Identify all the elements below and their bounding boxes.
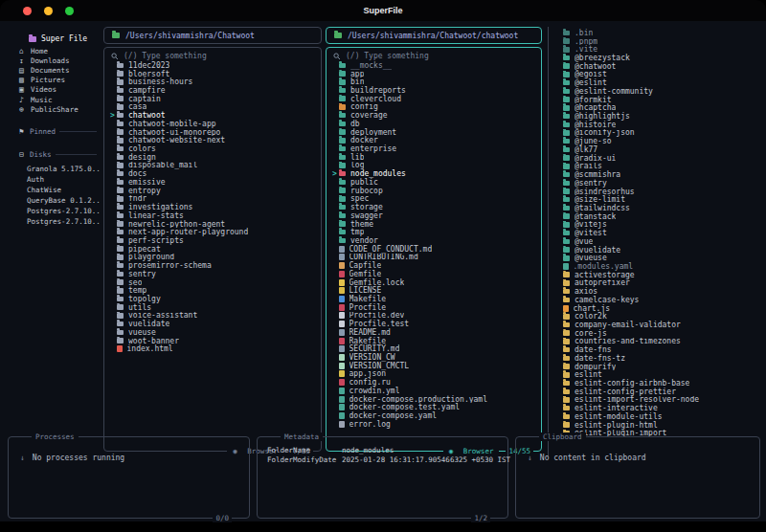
- folder-row[interactable]: chatwoot-mobile-app: [104, 120, 321, 128]
- folder-row[interactable]: @tailwindcss: [551, 204, 766, 212]
- folder-row[interactable]: casa: [104, 103, 321, 112]
- folder-row[interactable]: @vue: [551, 237, 766, 246]
- folder-row[interactable]: >chatwoot: [104, 111, 321, 120]
- folder-row[interactable]: fndr: [104, 195, 321, 204]
- folder-row[interactable]: newrelic-python-agent: [104, 220, 321, 229]
- file-row[interactable]: app.json: [327, 370, 541, 379]
- folder-row[interactable]: docker: [327, 136, 541, 144]
- folder-row[interactable]: config: [327, 103, 541, 112]
- folder-row[interactable]: @rails: [551, 163, 766, 171]
- folder-row[interactable]: chatwoot-website-next: [104, 136, 321, 144]
- folder-row[interactable]: public: [327, 178, 541, 187]
- folder-row[interactable]: chatwoot-ui-monorepo: [104, 128, 321, 137]
- folder-row[interactable]: eslint-import-resolver-node: [551, 396, 766, 405]
- folder-row[interactable]: lib: [327, 153, 541, 162]
- folder-row[interactable]: 11dec2023: [104, 61, 321, 70]
- file-row[interactable]: CODE_OF_CONDUCT.md: [327, 245, 541, 254]
- folder-row[interactable]: vendor: [327, 236, 541, 245]
- sidebar-item-pictures[interactable]: ▨Pictures: [8, 76, 101, 85]
- folder-row[interactable]: @eslint-community: [551, 87, 766, 96]
- sidebar-item-music[interactable]: ♪Music: [8, 95, 101, 104]
- folder-row[interactable]: business-hours: [104, 78, 321, 86]
- folder-row[interactable]: rubocop: [327, 187, 541, 195]
- folder-row[interactable]: autoprefixer: [551, 279, 766, 288]
- folder-row[interactable]: design: [104, 153, 321, 162]
- folder-row[interactable]: @breezystack: [551, 54, 766, 62]
- folder-row[interactable]: woot-banner: [104, 337, 321, 345]
- minimize-button[interactable]: [44, 7, 53, 15]
- folder-row[interactable]: @size-limit: [551, 195, 766, 204]
- folder-row[interactable]: campfire: [104, 86, 321, 95]
- file-row[interactable]: docker-compose.yaml: [327, 411, 541, 420]
- file-row[interactable]: VERSION_CW: [327, 353, 541, 362]
- panel2-search-input[interactable]: (/) Type something: [327, 51, 541, 61]
- file-row[interactable]: CONTRIBUTING.md: [327, 254, 541, 262]
- file-row[interactable]: chart.js: [551, 304, 766, 313]
- file-row[interactable]: Procfile.test: [327, 320, 541, 328]
- folder-row[interactable]: eslint-config-airbnb-base: [551, 379, 766, 388]
- folder-row[interactable]: @hcaptcha: [551, 103, 766, 112]
- folder-row[interactable]: camelcase-keys: [551, 296, 766, 304]
- folder-row[interactable]: captain: [104, 95, 321, 103]
- folder-row[interactable]: tmp: [327, 228, 541, 236]
- folder-row[interactable]: pipecat: [104, 245, 321, 254]
- file-row[interactable]: LICENSE: [327, 286, 541, 295]
- folder-row[interactable]: @radix-ui: [551, 154, 766, 163]
- folder-row[interactable]: spec: [327, 195, 541, 204]
- file-row[interactable]: Rakefile: [327, 337, 541, 345]
- folder-row[interactable]: deployment: [327, 128, 541, 137]
- folder-row[interactable]: next-app-router-playground: [104, 228, 321, 236]
- folder-row[interactable]: enterprise: [327, 144, 541, 153]
- disk-item[interactable]: Postgres-2.7.10...: [8, 206, 101, 216]
- sidebar-item-downloads[interactable]: ↧Downloads: [8, 55, 101, 65]
- folder-row[interactable]: app: [327, 70, 541, 78]
- file-row[interactable]: docker-compose.production.yaml: [327, 395, 541, 404]
- folder-row[interactable]: date-fns-tz: [551, 354, 766, 363]
- folder-row[interactable]: colors: [104, 144, 321, 153]
- folder-row[interactable]: .pnpm: [551, 37, 766, 46]
- folder-row[interactable]: bloersoft: [104, 70, 321, 78]
- disk-item[interactable]: Auth: [8, 174, 101, 185]
- file-row[interactable]: Procfile: [327, 303, 541, 312]
- folder-row[interactable]: @sentry: [551, 179, 766, 188]
- folder-row[interactable]: eslint: [551, 370, 766, 379]
- folder-row[interactable]: date-fns: [551, 345, 766, 354]
- folder-row[interactable]: buildreports: [327, 86, 541, 95]
- file-row[interactable]: Gemfile.lock: [327, 278, 541, 287]
- folder-row[interactable]: linear-stats: [104, 211, 321, 220]
- file-row[interactable]: Makefile: [327, 295, 541, 303]
- folder-row[interactable]: __mocks__: [327, 61, 541, 70]
- folder-row[interactable]: prosemirror-schema: [104, 261, 321, 270]
- folder-row[interactable]: sentry: [104, 270, 321, 278]
- folder-row[interactable]: @scmmishra: [551, 170, 766, 179]
- folder-row[interactable]: @june-so: [551, 137, 766, 145]
- folder-row[interactable]: investigations: [104, 203, 321, 211]
- file-row[interactable]: .modules.yaml: [551, 262, 766, 271]
- folder-row[interactable]: dompurify: [551, 363, 766, 371]
- folder-row[interactable]: >node_modules: [327, 169, 541, 178]
- folder-row[interactable]: docs: [104, 169, 321, 178]
- folder-row[interactable]: @iconify-json: [551, 129, 766, 138]
- folder-row[interactable]: @tanstack: [551, 212, 766, 221]
- folder-row[interactable]: countries-and-timezones: [551, 338, 766, 346]
- panel2-path-bar[interactable]: /Users/shivammishra/Chatwoot/chatwoot: [326, 27, 542, 44]
- folder-row[interactable]: seo: [104, 278, 321, 287]
- file-row[interactable]: Gemfile: [327, 270, 541, 278]
- folder-row[interactable]: swagger: [327, 211, 541, 220]
- close-button[interactable]: [23, 7, 32, 15]
- panel1-search-input[interactable]: (/) Type something: [104, 51, 321, 61]
- folder-row[interactable]: @chatwoot: [551, 62, 766, 71]
- folder-row[interactable]: @lk77: [551, 145, 766, 154]
- folder-row[interactable]: @vitest: [551, 229, 766, 237]
- file-row[interactable]: README.md: [327, 328, 541, 337]
- folder-row[interactable]: entropy: [104, 187, 321, 195]
- file-row[interactable]: VERSION_CMCTL: [327, 362, 541, 370]
- folder-row[interactable]: log: [327, 162, 541, 170]
- file-row[interactable]: Procfile.dev: [327, 312, 541, 321]
- folder-row[interactable]: eslint-interactive: [551, 404, 766, 412]
- folder-row[interactable]: @sindresorhus: [551, 188, 766, 196]
- folder-row[interactable]: .bin: [551, 29, 766, 37]
- folder-row[interactable]: @formkit: [551, 96, 766, 104]
- folder-row[interactable]: coverage: [327, 111, 541, 120]
- folder-row[interactable]: db: [327, 120, 541, 128]
